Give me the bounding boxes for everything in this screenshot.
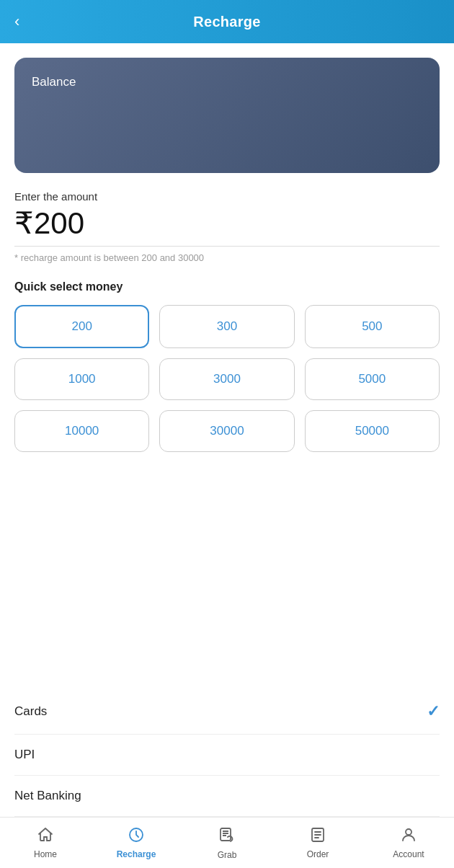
payment-methods: Cards✓UPINet Banking xyxy=(0,689,454,817)
quick-select-grid: 200300500100030005000100003000050000 xyxy=(14,305,440,452)
home-icon xyxy=(37,826,54,846)
balance-label: Balance xyxy=(32,75,422,89)
nav-label-grab: Grab xyxy=(218,850,237,860)
quick-select-btn-200[interactable]: 200 xyxy=(14,305,149,348)
quick-select-btn-3000[interactable]: 3000 xyxy=(159,358,294,400)
nav-label-recharge: Recharge xyxy=(117,849,156,859)
nav-label-home: Home xyxy=(34,849,57,859)
recharge-icon xyxy=(128,826,145,846)
amount-divider xyxy=(14,246,440,247)
grab-icon xyxy=(218,825,236,847)
bottom-nav: Home Recharge Grab Order Account xyxy=(0,817,454,868)
payment-method-upi[interactable]: UPI xyxy=(14,735,440,776)
account-icon xyxy=(400,826,417,846)
enter-amount-label: Enter the amount xyxy=(14,190,440,203)
nav-label-account: Account xyxy=(393,849,424,859)
quick-select-btn-5000[interactable]: 5000 xyxy=(305,358,440,400)
checkmark-icon: ✓ xyxy=(427,702,440,721)
payment-label: Cards xyxy=(14,704,47,719)
order-icon xyxy=(309,826,326,846)
quick-select-btn-1000[interactable]: 1000 xyxy=(14,358,149,400)
payment-method-cards[interactable]: Cards✓ xyxy=(14,689,440,735)
balance-card: Balance xyxy=(14,58,440,173)
payment-label: Net Banking xyxy=(14,789,81,803)
header: ‹ Recharge xyxy=(0,0,454,43)
svg-rect-1 xyxy=(221,828,231,841)
page-title: Recharge xyxy=(193,14,261,30)
quick-select-label: Quick select money xyxy=(14,280,440,293)
payment-method-net-banking[interactable]: Net Banking xyxy=(14,776,440,817)
quick-select-btn-500[interactable]: 500 xyxy=(305,305,440,348)
svg-point-3 xyxy=(406,829,411,835)
back-button[interactable]: ‹ xyxy=(14,12,19,31)
quick-select-btn-30000[interactable]: 30000 xyxy=(159,410,294,452)
main-content: Enter the amount ₹200 * recharge amount … xyxy=(0,173,454,689)
nav-item-order[interactable]: Order xyxy=(272,820,363,865)
nav-label-order: Order xyxy=(307,849,329,859)
payment-label: UPI xyxy=(14,748,35,762)
nav-item-account[interactable]: Account xyxy=(363,820,454,865)
nav-item-home[interactable]: Home xyxy=(0,820,91,865)
quick-select-btn-300[interactable]: 300 xyxy=(159,305,294,348)
nav-item-recharge[interactable]: Recharge xyxy=(91,820,182,865)
nav-item-grab[interactable]: Grab xyxy=(182,820,272,866)
quick-select-btn-50000[interactable]: 50000 xyxy=(305,410,440,452)
quick-select-btn-10000[interactable]: 10000 xyxy=(14,410,149,452)
amount-display[interactable]: ₹200 xyxy=(14,208,440,239)
amount-hint: * recharge amount is between 200 and 300… xyxy=(14,252,440,263)
